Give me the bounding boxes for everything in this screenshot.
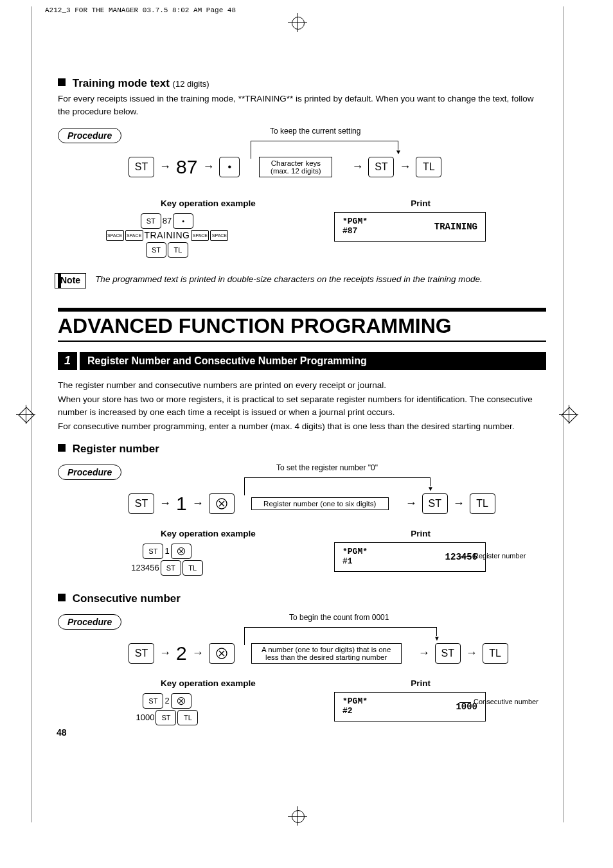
koe-value-consecutive: 1000 <box>136 713 155 722</box>
num-87-small: 87 <box>163 216 172 226</box>
procedure-pill: Procedure <box>58 465 121 480</box>
annotation-register-number: Register number <box>474 552 526 560</box>
num-1-small: 1 <box>164 546 169 556</box>
print-val-training: TRAINING <box>434 222 477 232</box>
st-key-small: ST <box>155 710 176 725</box>
intro-line-2: When your store has two or more register… <box>58 393 546 420</box>
circled-x-icon <box>215 647 228 660</box>
section-heading-training: Training mode text (12 digits) <box>58 77 546 90</box>
print-output-training: *PGM* #87 TRAINING <box>334 212 486 242</box>
procedure-pill: Procedure <box>58 614 121 630</box>
dot-key: • <box>219 157 240 177</box>
arrow-right-icon: → <box>399 160 411 173</box>
arrow-right-icon: → <box>159 497 171 510</box>
arrow-right-icon: → <box>159 160 171 173</box>
num-2: 2 <box>176 642 187 664</box>
key-op-example-header: Key operation example <box>161 678 256 688</box>
key-op-example-header: Key operation example <box>161 529 256 538</box>
st-key: ST <box>422 493 448 514</box>
arrow-right-icon: → <box>351 160 363 173</box>
multiply-key <box>209 493 235 514</box>
arrow-right-icon: → <box>466 646 477 660</box>
register-number-title: Register number <box>73 443 159 455</box>
circled-x-icon <box>177 696 186 705</box>
bullet-square-icon <box>58 444 66 452</box>
branch-label-register-zero: To set the register number "0" <box>276 463 378 472</box>
arrow-right-icon: → <box>202 160 214 173</box>
title-rule-bottom <box>58 341 546 342</box>
print-line-2: #2 <box>342 707 368 716</box>
note-text: The programmed text is printed in double… <box>95 273 483 286</box>
print-output-register: *PGM* #1 123456 Register number <box>334 542 486 572</box>
procedure-pill: Procedure <box>58 128 121 143</box>
registration-mark-top <box>288 13 307 32</box>
space-key: SPACE <box>210 230 228 241</box>
branch-label-count-0001: To begin the count from 0001 <box>289 613 389 622</box>
arrow-right-icon: → <box>192 646 204 660</box>
st-key: ST <box>435 643 461 664</box>
print-line-87: #87 <box>342 227 368 236</box>
key-operation-example-consecutive: ST 2 1000 ST TL <box>77 692 257 727</box>
num-2-small: 2 <box>164 696 169 705</box>
tl-key: TL <box>483 643 508 664</box>
multiply-key-small <box>171 544 191 559</box>
chapter-title: Register Number and Consecutive Number P… <box>80 352 546 370</box>
register-number-box: Register number (one to six digits) <box>251 497 389 510</box>
char-keys-box: Character keys (max. 12 digits) <box>259 157 332 177</box>
st-key: ST <box>129 643 154 664</box>
digits-note: (12 digits) <box>173 79 209 89</box>
print-output-consecutive: *PGM* #2 1000 Consecutive number <box>334 692 486 722</box>
intro-line-3: For consecutive number programming, ente… <box>58 420 546 433</box>
branch-label-current-setting: To keep the current setting <box>270 127 360 136</box>
koe-value-register: 123456 <box>131 563 159 572</box>
section-heading-consecutive: Consecutive number <box>58 592 546 605</box>
arrow-right-icon: → <box>453 497 465 510</box>
st-key: ST <box>368 157 394 177</box>
space-key: SPACE <box>191 230 209 241</box>
consecutive-number-box: A number (one to four digits) that is on… <box>251 643 402 664</box>
advanced-function-title: ADVANCED FUNCTION PROGRAMMING <box>58 314 546 338</box>
section-heading-register: Register number <box>58 443 546 456</box>
print-header: Print <box>411 678 431 688</box>
chapter-number: 1 <box>58 352 77 370</box>
key-operation-example-training: ST 87 • SPACE SPACE TRAINING SPACE SPACE… <box>77 212 257 259</box>
tl-key-small: TL <box>168 242 188 258</box>
st-key-small: ST <box>143 544 163 559</box>
training-intro: For every receipts issued in the trainin… <box>58 93 546 119</box>
arrow-right-icon: → <box>405 497 417 510</box>
space-key: SPACE <box>106 230 124 241</box>
print-line-1: #1 <box>342 557 368 566</box>
print-pgm: *PGM* <box>342 697 368 706</box>
annotation-consecutive-number: Consecutive number <box>474 698 538 705</box>
st-key: ST <box>129 157 154 177</box>
tl-key-small: TL <box>182 560 203 576</box>
bullet-square-icon <box>58 594 66 601</box>
num-1: 1 <box>176 493 187 515</box>
print-header: Print <box>411 529 431 538</box>
title-rule-top <box>58 308 546 312</box>
tl-key: TL <box>416 157 441 177</box>
section-title: Training mode text <box>73 77 170 89</box>
circled-x-icon <box>177 547 186 556</box>
st-key-small: ST <box>146 242 166 258</box>
st-key-small: ST <box>143 693 163 709</box>
page-number: 48 <box>57 727 67 738</box>
bullet-square-icon <box>58 78 66 86</box>
key-operation-example-register: ST 1 123456 ST TL <box>77 542 257 577</box>
page-content: Training mode text (12 digits) For every… <box>58 77 546 727</box>
arrow-right-icon: → <box>159 646 171 660</box>
key-op-example-header: Key operation example <box>161 199 256 208</box>
tl-key: TL <box>470 493 495 514</box>
st-key-small: ST <box>161 560 181 576</box>
multiply-key-small <box>171 693 191 709</box>
print-header: Print <box>411 199 431 208</box>
print-val-register: 123456 <box>445 552 477 562</box>
training-text: TRAINING <box>145 230 190 240</box>
chapter-header: 1 Register Number and Consecutive Number… <box>58 352 546 370</box>
circled-x-icon <box>215 497 228 510</box>
print-pgm: *PGM* <box>342 547 368 556</box>
space-key: SPACE <box>125 230 143 241</box>
crop-header-text: A212_3 FOR THE MANAGER 03.7.5 8:02 AM Pa… <box>45 6 236 14</box>
st-key: ST <box>129 493 154 514</box>
trim-line-left <box>31 6 31 822</box>
